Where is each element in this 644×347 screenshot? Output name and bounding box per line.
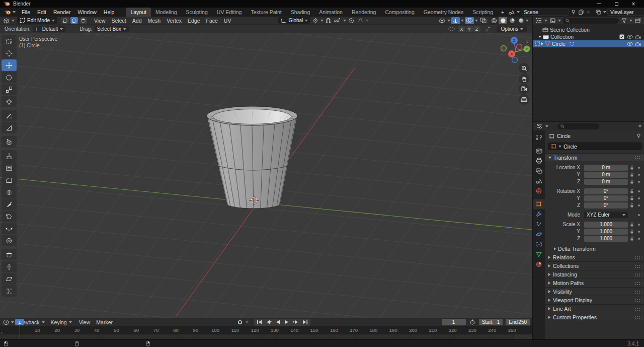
viewport-menu-item[interactable]: Mesh bbox=[144, 17, 164, 25]
collapsed-panel-header[interactable]: Visibility bbox=[545, 287, 644, 296]
add-cube-tool[interactable] bbox=[2, 136, 17, 148]
workspace-tab[interactable]: Compositing bbox=[380, 8, 419, 17]
frame-start-field[interactable]: Start 1 bbox=[479, 319, 503, 325]
lock-icon[interactable] bbox=[628, 172, 636, 177]
editor-type-properties-icon[interactable] bbox=[535, 123, 543, 130]
timeline-editor-chevron[interactable] bbox=[11, 321, 14, 323]
frame-end-field[interactable]: End 250 bbox=[506, 319, 530, 325]
tab-output[interactable] bbox=[533, 156, 545, 166]
shrink-fatten-tool[interactable] bbox=[2, 261, 17, 272]
timeline-menu-item[interactable]: Keying bbox=[48, 319, 75, 325]
transform-value-field[interactable]: 0° bbox=[584, 202, 628, 209]
panel-drag-handle[interactable] bbox=[634, 316, 641, 319]
workspace-tab[interactable]: Geometry Nodes bbox=[419, 8, 468, 17]
pivot-chevron[interactable] bbox=[320, 20, 324, 22]
animate-dot[interactable] bbox=[636, 231, 642, 233]
tab-modifiers[interactable] bbox=[533, 209, 545, 219]
viewport-orthographic-toggle-button[interactable] bbox=[519, 94, 529, 105]
select-box-tool[interactable] bbox=[2, 35, 17, 47]
outliner-row-collection[interactable]: Collection bbox=[533, 33, 644, 40]
timeline-menu-item[interactable]: Marker bbox=[93, 319, 116, 325]
mirror-axis-button[interactable]: X bbox=[458, 26, 465, 32]
shading-wireframe-button[interactable] bbox=[490, 17, 498, 24]
collapsed-panel-header[interactable]: Motion Paths bbox=[545, 279, 644, 287]
panel-drag-handle[interactable] bbox=[634, 290, 641, 294]
panel-drag-handle[interactable] bbox=[634, 299, 641, 302]
object-name-browse-chevron[interactable] bbox=[558, 146, 561, 148]
tab-material[interactable] bbox=[533, 259, 545, 269]
show-object-types-icon[interactable] bbox=[438, 17, 446, 24]
panel-drag-handle[interactable] bbox=[634, 256, 641, 259]
viewlayer-dropdown-chevron[interactable] bbox=[603, 11, 606, 13]
pivot-point-dropdown[interactable] bbox=[311, 17, 319, 24]
workspace-tab[interactable]: + bbox=[498, 8, 508, 17]
viewport-pan-button[interactable] bbox=[519, 74, 529, 84]
new-scene-icon[interactable] bbox=[578, 9, 585, 16]
snap-base-icon[interactable] bbox=[484, 26, 492, 33]
animate-dot[interactable] bbox=[636, 224, 642, 226]
properties-options-chevron[interactable] bbox=[638, 125, 641, 127]
current-frame-field[interactable]: 1 bbox=[442, 319, 466, 325]
rotation-mode-select[interactable]: XYZ Euler bbox=[584, 212, 628, 218]
loop-cut-tool[interactable] bbox=[2, 186, 17, 198]
properties-editor-chevron[interactable] bbox=[545, 125, 548, 127]
collection-expand-arrow[interactable] bbox=[538, 36, 541, 38]
jump-prev-keyframe-button[interactable] bbox=[265, 319, 273, 325]
shading-solid-button[interactable] bbox=[499, 17, 507, 24]
inset-faces-tool[interactable] bbox=[2, 162, 17, 174]
animate-dot[interactable] bbox=[636, 174, 642, 176]
pin-id-icon[interactable] bbox=[636, 133, 641, 138]
viewport-menu-item[interactable]: Face bbox=[203, 17, 220, 25]
editor-type-chevron[interactable] bbox=[12, 20, 15, 22]
editor-type-3d-viewport-icon[interactable] bbox=[2, 17, 11, 24]
overlays-chevron[interactable] bbox=[475, 20, 478, 22]
outliner-row-circle-object[interactable]: Circle bbox=[533, 40, 644, 47]
cursor-tool[interactable] bbox=[2, 47, 17, 59]
object-render-camera-icon[interactable] bbox=[635, 42, 641, 46]
snap-magnet-icon[interactable] bbox=[325, 17, 332, 24]
animate-dot[interactable] bbox=[636, 238, 642, 240]
viewport-menu-item[interactable]: View bbox=[91, 17, 109, 25]
viewport-menu-item[interactable]: Select bbox=[109, 17, 129, 25]
tab-physics[interactable] bbox=[533, 229, 545, 239]
viewport-camera-view-button[interactable] bbox=[519, 84, 529, 94]
blender-app-menu-button[interactable] bbox=[2, 8, 18, 17]
rotate-tool[interactable] bbox=[2, 72, 17, 83]
knife-tool[interactable] bbox=[2, 198, 17, 210]
transform-orientation-dropdown[interactable]: Global bbox=[278, 17, 310, 24]
3d-viewport[interactable]: Z X User Perspective (1) Circle ‹ bbox=[0, 25, 532, 318]
mode-dropdown[interactable]: Edit Mode bbox=[17, 17, 57, 24]
playhead-frame-badge[interactable]: 1 bbox=[15, 319, 24, 325]
viewlayer-icon[interactable] bbox=[595, 9, 602, 16]
collapsed-panel-header[interactable]: Viewport Display bbox=[545, 296, 644, 304]
jump-next-keyframe-button[interactable] bbox=[291, 319, 300, 325]
animate-dot[interactable] bbox=[636, 204, 642, 206]
spin-tool[interactable] bbox=[2, 223, 17, 234]
transform-tool[interactable] bbox=[2, 96, 17, 107]
topbar-menu-item[interactable]: File bbox=[18, 8, 34, 17]
overlays-toggle-icon[interactable] bbox=[465, 17, 474, 24]
gizmo-axis-neg-y[interactable] bbox=[501, 46, 507, 51]
region-collapse-arrow[interactable]: ‹ bbox=[526, 39, 528, 44]
animate-dot[interactable] bbox=[636, 214, 642, 216]
timeline-menu-item[interactable]: View bbox=[76, 319, 94, 325]
tab-constraints[interactable] bbox=[533, 239, 545, 249]
topbar-menu-item[interactable]: Help bbox=[100, 8, 118, 17]
shading-chevron[interactable] bbox=[526, 20, 529, 22]
smooth-tool[interactable] bbox=[2, 235, 17, 246]
transform-value-field[interactable]: 1.000 bbox=[584, 229, 628, 235]
transform-panel-header[interactable]: Transform bbox=[545, 153, 644, 161]
panel-drag-handle[interactable] bbox=[634, 282, 641, 285]
viewport-menu-item[interactable]: UV bbox=[221, 17, 234, 25]
edge-slide-tool[interactable] bbox=[2, 249, 17, 260]
object-name-field[interactable]: Circle bbox=[548, 143, 641, 150]
transform-value-field[interactable]: 1.000 bbox=[584, 222, 628, 228]
drag-dropdown[interactable]: Select Box bbox=[95, 26, 129, 32]
scene-dropdown-chevron[interactable] bbox=[517, 11, 520, 13]
transform-value-field[interactable]: 0 m bbox=[584, 172, 628, 178]
lock-icon[interactable] bbox=[628, 236, 636, 241]
workspace-tab[interactable]: Sculpting bbox=[182, 8, 212, 17]
window-maximize-button[interactable] bbox=[613, 1, 619, 7]
collapsed-panel-header[interactable]: Relations bbox=[545, 253, 644, 261]
collapsed-panel-header[interactable]: Instancing bbox=[545, 270, 644, 279]
